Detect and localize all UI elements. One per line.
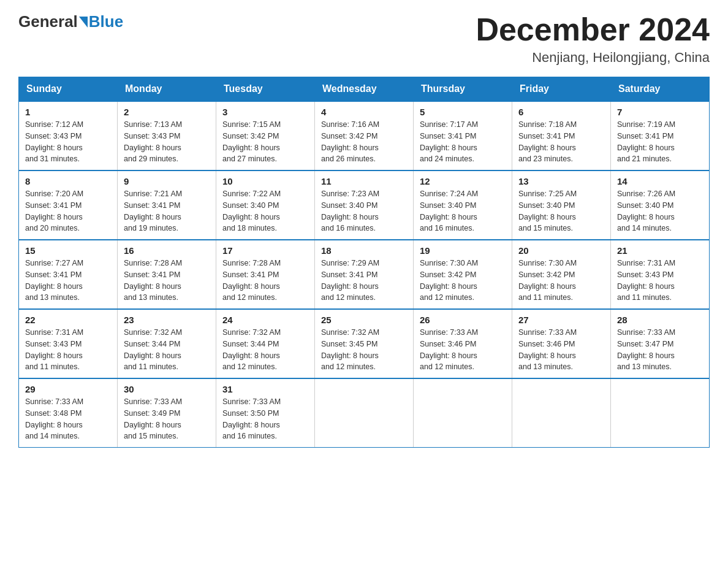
calendar-cell: 30Sunrise: 7:33 AMSunset: 3:49 PMDayligh… <box>118 378 216 448</box>
calendar-cell: 29Sunrise: 7:33 AMSunset: 3:48 PMDayligh… <box>19 378 118 448</box>
calendar-cell <box>414 378 512 448</box>
calendar-cell: 16Sunrise: 7:28 AMSunset: 3:41 PMDayligh… <box>118 240 216 309</box>
day-number: 3 <box>222 107 308 117</box>
day-number: 14 <box>617 176 703 186</box>
calendar-week-row: 29Sunrise: 7:33 AMSunset: 3:48 PMDayligh… <box>19 378 710 448</box>
day-info: Sunrise: 7:26 AMSunset: 3:40 PMDaylight:… <box>617 188 703 234</box>
day-info: Sunrise: 7:30 AMSunset: 3:42 PMDaylight:… <box>420 258 506 304</box>
weekday-header-sunday: Sunday <box>19 77 118 102</box>
day-number: 18 <box>321 245 407 256</box>
calendar-week-row: 1Sunrise: 7:12 AMSunset: 3:43 PMDaylight… <box>19 101 710 170</box>
calendar-table: SundayMondayTuesdayWednesdayThursdayFrid… <box>18 77 710 448</box>
day-number: 9 <box>124 176 210 186</box>
calendar-cell: 20Sunrise: 7:30 AMSunset: 3:42 PMDayligh… <box>512 240 611 309</box>
logo-arrow-icon <box>79 17 88 28</box>
day-info: Sunrise: 7:31 AMSunset: 3:43 PMDaylight:… <box>617 258 703 304</box>
day-number: 7 <box>617 107 703 117</box>
calendar-cell: 14Sunrise: 7:26 AMSunset: 3:40 PMDayligh… <box>611 170 710 240</box>
day-info: Sunrise: 7:31 AMSunset: 3:43 PMDaylight:… <box>25 327 111 373</box>
calendar-week-row: 22Sunrise: 7:31 AMSunset: 3:43 PMDayligh… <box>19 309 710 378</box>
day-number: 10 <box>222 176 308 186</box>
logo: General Blue <box>18 12 123 31</box>
day-info: Sunrise: 7:33 AMSunset: 3:49 PMDaylight:… <box>124 396 210 442</box>
weekday-header-monday: Monday <box>118 77 216 102</box>
day-number: 15 <box>25 245 111 256</box>
day-number: 31 <box>222 384 308 394</box>
day-number: 12 <box>420 176 506 186</box>
weekday-header-saturday: Saturday <box>611 77 710 102</box>
page-header: General Blue December 2024 Nenjiang, Hei… <box>18 12 710 66</box>
calendar-week-row: 15Sunrise: 7:27 AMSunset: 3:41 PMDayligh… <box>19 240 710 309</box>
calendar-cell: 10Sunrise: 7:22 AMSunset: 3:40 PMDayligh… <box>216 170 315 240</box>
calendar-cell: 25Sunrise: 7:32 AMSunset: 3:45 PMDayligh… <box>315 309 414 378</box>
day-number: 24 <box>222 315 308 325</box>
day-number: 28 <box>617 315 703 325</box>
calendar-week-row: 8Sunrise: 7:20 AMSunset: 3:41 PMDaylight… <box>19 170 710 240</box>
day-info: Sunrise: 7:30 AMSunset: 3:42 PMDaylight:… <box>518 258 604 304</box>
location-title: Nenjiang, Heilongjiang, China <box>476 50 710 66</box>
day-info: Sunrise: 7:28 AMSunset: 3:41 PMDaylight:… <box>222 258 308 304</box>
day-number: 1 <box>25 107 111 117</box>
day-info: Sunrise: 7:13 AMSunset: 3:43 PMDaylight:… <box>124 119 210 165</box>
day-number: 25 <box>321 315 407 325</box>
day-number: 16 <box>124 245 210 256</box>
day-number: 4 <box>321 107 407 117</box>
calendar-cell: 8Sunrise: 7:20 AMSunset: 3:41 PMDaylight… <box>19 170 118 240</box>
day-info: Sunrise: 7:18 AMSunset: 3:41 PMDaylight:… <box>518 119 604 165</box>
day-number: 11 <box>321 176 407 186</box>
weekday-header-friday: Friday <box>512 77 611 102</box>
day-info: Sunrise: 7:33 AMSunset: 3:48 PMDaylight:… <box>25 396 111 442</box>
day-number: 6 <box>518 107 604 117</box>
day-info: Sunrise: 7:24 AMSunset: 3:40 PMDaylight:… <box>420 188 506 234</box>
day-info: Sunrise: 7:21 AMSunset: 3:41 PMDaylight:… <box>124 188 210 234</box>
day-number: 27 <box>518 315 604 325</box>
day-number: 21 <box>617 245 703 256</box>
calendar-cell <box>611 378 710 448</box>
month-title: December 2024 <box>476 12 710 47</box>
calendar-cell: 15Sunrise: 7:27 AMSunset: 3:41 PMDayligh… <box>19 240 118 309</box>
day-info: Sunrise: 7:32 AMSunset: 3:44 PMDaylight:… <box>124 327 210 373</box>
calendar-cell: 24Sunrise: 7:32 AMSunset: 3:44 PMDayligh… <box>216 309 315 378</box>
day-number: 5 <box>420 107 506 117</box>
day-info: Sunrise: 7:16 AMSunset: 3:42 PMDaylight:… <box>321 119 407 165</box>
day-info: Sunrise: 7:23 AMSunset: 3:40 PMDaylight:… <box>321 188 407 234</box>
calendar-cell: 28Sunrise: 7:33 AMSunset: 3:47 PMDayligh… <box>611 309 710 378</box>
title-area: December 2024 Nenjiang, Heilongjiang, Ch… <box>476 12 710 66</box>
calendar-cell: 7Sunrise: 7:19 AMSunset: 3:41 PMDaylight… <box>611 101 710 170</box>
weekday-header-tuesday: Tuesday <box>216 77 315 102</box>
calendar-cell: 11Sunrise: 7:23 AMSunset: 3:40 PMDayligh… <box>315 170 414 240</box>
day-info: Sunrise: 7:33 AMSunset: 3:46 PMDaylight:… <box>518 327 604 373</box>
weekday-header-wednesday: Wednesday <box>315 77 414 102</box>
day-number: 30 <box>124 384 210 394</box>
day-info: Sunrise: 7:20 AMSunset: 3:41 PMDaylight:… <box>25 188 111 234</box>
calendar-cell <box>512 378 611 448</box>
day-info: Sunrise: 7:17 AMSunset: 3:41 PMDaylight:… <box>420 119 506 165</box>
calendar-cell: 9Sunrise: 7:21 AMSunset: 3:41 PMDaylight… <box>118 170 216 240</box>
day-info: Sunrise: 7:15 AMSunset: 3:42 PMDaylight:… <box>222 119 308 165</box>
calendar-cell: 21Sunrise: 7:31 AMSunset: 3:43 PMDayligh… <box>611 240 710 309</box>
weekday-header-row: SundayMondayTuesdayWednesdayThursdayFrid… <box>19 77 710 102</box>
day-info: Sunrise: 7:29 AMSunset: 3:41 PMDaylight:… <box>321 258 407 304</box>
day-info: Sunrise: 7:32 AMSunset: 3:44 PMDaylight:… <box>222 327 308 373</box>
day-number: 23 <box>124 315 210 325</box>
calendar-cell <box>315 378 414 448</box>
calendar-cell: 31Sunrise: 7:33 AMSunset: 3:50 PMDayligh… <box>216 378 315 448</box>
day-info: Sunrise: 7:28 AMSunset: 3:41 PMDaylight:… <box>124 258 210 304</box>
day-info: Sunrise: 7:12 AMSunset: 3:43 PMDaylight:… <box>25 119 111 165</box>
day-info: Sunrise: 7:22 AMSunset: 3:40 PMDaylight:… <box>222 188 308 234</box>
day-info: Sunrise: 7:32 AMSunset: 3:45 PMDaylight:… <box>321 327 407 373</box>
day-info: Sunrise: 7:19 AMSunset: 3:41 PMDaylight:… <box>617 119 703 165</box>
logo-blue-text: Blue <box>89 12 123 31</box>
day-info: Sunrise: 7:27 AMSunset: 3:41 PMDaylight:… <box>25 258 111 304</box>
day-number: 19 <box>420 245 506 256</box>
day-number: 13 <box>518 176 604 186</box>
calendar-cell: 26Sunrise: 7:33 AMSunset: 3:46 PMDayligh… <box>414 309 512 378</box>
day-number: 26 <box>420 315 506 325</box>
day-number: 17 <box>222 245 308 256</box>
calendar-cell: 3Sunrise: 7:15 AMSunset: 3:42 PMDaylight… <box>216 101 315 170</box>
day-number: 8 <box>25 176 111 186</box>
day-info: Sunrise: 7:33 AMSunset: 3:47 PMDaylight:… <box>617 327 703 373</box>
calendar-cell: 1Sunrise: 7:12 AMSunset: 3:43 PMDaylight… <box>19 101 118 170</box>
weekday-header-thursday: Thursday <box>414 77 512 102</box>
calendar-cell: 23Sunrise: 7:32 AMSunset: 3:44 PMDayligh… <box>118 309 216 378</box>
